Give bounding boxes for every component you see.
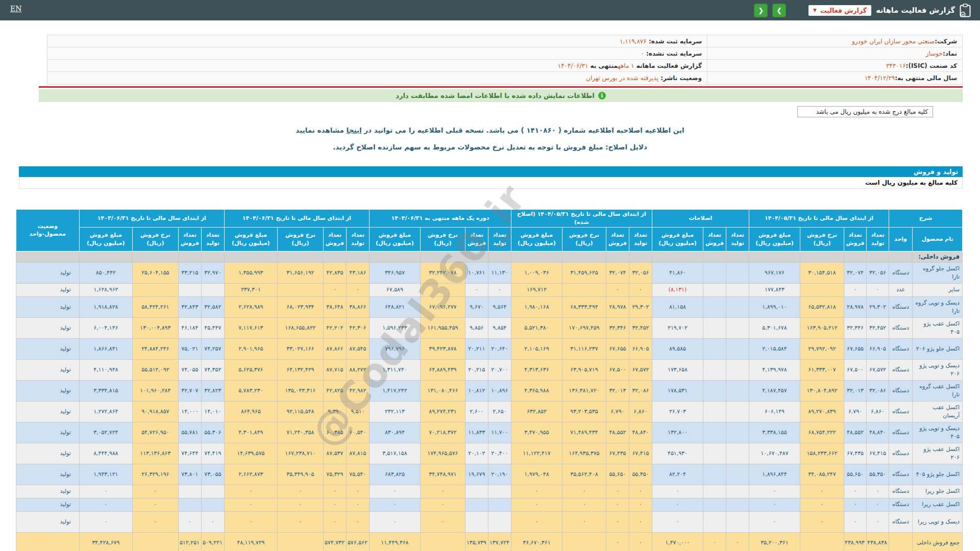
value-cell: ۱۳۶,۳۸۱,۷۲۰ (562, 381, 606, 402)
status-column-header: وضعیت محصول-واحد (16, 210, 79, 252)
column-header: نرخ فروش (ریال) (562, 227, 606, 251)
value-cell: ۴۸,۱۱۹,۷۲۹ (224, 533, 277, 551)
table-body: فروش داخلی:اکسل جلو گروه تارادستگاه۳۲,۰۵… (16, 251, 962, 551)
value-cell: ۱۶۸,۶۵۵,۸۲۲ (277, 318, 323, 339)
value-cell: ۴,۳۰۱,۸۴۹ (224, 422, 277, 443)
column-header: تعداد فروش (844, 227, 867, 251)
value-cell: ۶۳,۹۰۵,۷۱۹ (562, 360, 606, 381)
table-row: اکسل جلو پژو ۴۰۵دستگاه۵۵,۳۵۰۵۵,۶۵۰۳۴,۰۸۵… (16, 464, 962, 485)
page-title: گزارش فعالیت ماهانه (876, 6, 955, 14)
next-report-button[interactable]: ❯ (772, 4, 786, 17)
value-cell: ۱,۴۱۷,۲۴۲ (369, 381, 420, 402)
column-header: تعداد تولید (629, 227, 652, 251)
value-cell: ۵۸,۴۲۴,۲۶۱ (132, 297, 178, 318)
amendment-reason: دلایل اصلاح: مبلغ فروش با توجه به تعدیل … (17, 143, 963, 151)
value-cell: ۶۷,۴۳۵ (606, 443, 629, 464)
table-cell (511, 251, 562, 262)
value-cell: ۱,۸۹۹,۰۱۰ (749, 297, 800, 318)
signature-match-banner: i اطلاعات نمایش داده شده با اطلاعات امضا… (39, 89, 963, 102)
value-cell: ۰ (465, 284, 488, 297)
value-cell: ۳۲,۰۱۳ (606, 381, 629, 402)
value-cell: ۷۵,۰۲۱ (178, 339, 201, 360)
table-header: شرحاز ابتدای سال مالی تا تاریخ ۱۴۰۴/۰۵/۳… (16, 210, 962, 252)
previous-notice-link[interactable]: اینجا (347, 126, 362, 134)
column-header: مبلغ فروش (میلیون ریال) (749, 227, 800, 251)
column-header: نام محصول (913, 227, 963, 251)
value-cell: ۰ (606, 512, 629, 533)
value-cell: ۴۸,۸۴۰ (867, 422, 889, 443)
column-group-header: شرح (889, 210, 963, 228)
value-cell: ۰ (277, 485, 323, 498)
value-cell: ۱۴,۰۱۰ (201, 402, 224, 422)
report-type-select[interactable]: گزارش فعالیت ▼ (808, 5, 871, 16)
value-cell: ۶۷,۶۵۵ (606, 339, 629, 360)
value-cell: ۴۶,۱۸۴ (178, 318, 201, 339)
value-cell (132, 533, 178, 551)
top-bar: گزارش فعالیت ماهانه گزارش فعالیت ▼ ❯ ❮ E… (0, 0, 980, 20)
value-cell: ۲,۰۱۵,۵۸۴ (749, 339, 800, 360)
value-cell: ۴۸,۵۵۲ (844, 422, 867, 443)
english-language-link[interactable]: EN (10, 5, 21, 13)
value-cell: ۵۷۴,۷۳۲ (323, 533, 346, 551)
value-cell: ۰ (844, 284, 867, 297)
info-label: سرمایه ثبت شده: (647, 38, 702, 45)
value-cell: ۵۵,۳۵۰ (867, 464, 889, 485)
info-label: سال مالی منتهی به: (895, 74, 957, 82)
value-cell (726, 360, 749, 381)
value-cell: ۲۰,۲۱۵ (465, 360, 488, 381)
value-cell: ۳,۵۱۷,۱۵۸ (369, 443, 420, 464)
product-name-cell: اکسل جلو گروه تارا (913, 263, 963, 284)
value-cell (178, 498, 201, 512)
value-cell: ۰ (629, 485, 652, 498)
value-cell: ۶۸,۷۵۴,۲۲۲ (800, 422, 844, 443)
value-cell: ۱,۶۲۸,۹۶۲ (79, 284, 132, 297)
info-value: ۱۴۰۴/۰۶/۳۱ (558, 62, 589, 69)
section-header-production-sales: تولید و فروش (19, 166, 963, 177)
value-cell: ۸۷,۵۴۵ (346, 339, 369, 360)
value-cell: ۰ (652, 498, 703, 512)
value-cell: ۶۶,۹۰۵ (629, 339, 652, 360)
table-cell (420, 251, 465, 262)
value-cell: ۲۰,۱۹۰ (488, 464, 511, 485)
value-cell: ۵,۶۲۵,۳۷۶ (224, 360, 277, 381)
value-cell: ۷۱,۴۸۹,۴۳۴ (562, 422, 606, 443)
column-header: تعداد تولید (346, 227, 369, 251)
value-cell: ۱۱,۷۰۰ (488, 422, 511, 443)
value-cell: ۰ (606, 498, 629, 512)
value-cell: ۰ (369, 485, 420, 498)
value-cell: ۲۰,۴۰۰ (488, 443, 511, 464)
table-cell (79, 251, 132, 262)
value-cell (703, 422, 726, 443)
chevron-down-icon: ▼ (813, 8, 817, 13)
value-cell: ۳۱,۱۱۶,۲۳۷ (562, 339, 606, 360)
value-cell: ۸۹,۲۷۰,۸۳۹ (800, 402, 844, 422)
value-cell (726, 284, 749, 297)
value-cell: ۳۶,۶۷۰,۳۶۱ (511, 533, 562, 551)
value-cell: ۰ (800, 485, 844, 498)
status-cell: تولید (16, 263, 79, 284)
value-cell: ۰ (277, 498, 323, 512)
value-cell (703, 402, 726, 422)
table-row: اکسل جلو گروه تارادستگاه۳۲,۰۵۶۳۲,۰۷۴۳۰,۱… (16, 263, 962, 284)
column-header: تعداد فروش (606, 227, 629, 251)
info-row: نماد: خوسازسرمایه ثبت نشده: ۰ (47, 47, 962, 60)
value-cell: ۷۳,۰۵۵ (201, 464, 224, 485)
status-cell: تولید (16, 464, 79, 485)
value-cell: ۰ (629, 498, 652, 512)
value-cell: ۲۳۲,۱۱۳ (369, 402, 420, 422)
value-cell: ۹,۸۵۶ (465, 318, 488, 339)
unit-cell: دستگاه (889, 422, 913, 443)
value-cell: ۲,۱۰۵,۱۶۹ (511, 339, 562, 360)
previous-report-button[interactable]: ❮ (754, 4, 768, 17)
value-cell: ۲۹,۷۹۲,۰۹۲ (800, 339, 844, 360)
value-cell: ۰ (867, 498, 889, 512)
value-cell: ۰ (79, 485, 132, 498)
value-cell: ۲,۹۰۱,۹۶۵ (224, 339, 277, 360)
value-cell (703, 263, 726, 284)
value-cell: ۱,۹۱۸,۸۲۸ (79, 297, 132, 318)
value-cell: ۴۲,۸۳۵ (323, 263, 346, 284)
value-cell (726, 402, 749, 422)
value-cell: ۴۲,۳۰۶ (346, 318, 369, 339)
info-cell: سرمایه ثبت نشده: ۰ (47, 50, 707, 57)
value-cell: ۴۱,۸۶۰ (652, 263, 703, 284)
